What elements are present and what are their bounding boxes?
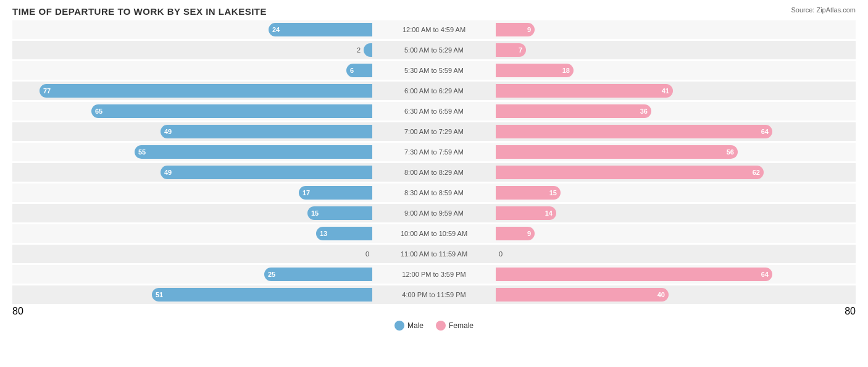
legend-female-label: Female	[449, 321, 474, 330]
male-bar	[364, 43, 372, 57]
female-value-label: 9	[527, 26, 531, 33]
chart-title: TIME OF DEPARTURE TO WORK BY SEX IN LAKE…	[12, 6, 856, 17]
axis-row: 80 80	[12, 306, 856, 317]
male-bar-area: 15	[12, 206, 372, 220]
male-bar-area: 65	[12, 104, 372, 118]
female-bar-area: 62	[496, 166, 856, 179]
female-bar-area: 15	[496, 186, 856, 200]
table-row: 65:30 AM to 5:59 AM18	[12, 61, 856, 80]
table-row: 656:30 AM to 6:59 AM36	[12, 102, 856, 120]
female-bar-area: 64	[496, 125, 856, 138]
time-label: 8:00 AM to 8:29 AM	[372, 169, 496, 176]
male-bar-area: 2	[12, 43, 372, 57]
female-bar-area: 7	[496, 43, 856, 57]
female-value-label: 64	[761, 128, 769, 135]
male-value-label: 49	[164, 169, 172, 176]
male-bar: 15	[307, 206, 372, 220]
female-value-label: 18	[562, 67, 570, 74]
male-bar: 77	[40, 84, 372, 98]
male-bar-area: 24	[12, 23, 372, 36]
time-label: 7:00 AM to 7:29 AM	[372, 128, 496, 135]
time-label: 6:30 AM to 6:59 AM	[372, 108, 496, 115]
rows-area: 2412:00 AM to 4:59 AM925:00 AM to 5:29 A…	[12, 20, 856, 304]
female-bar-area: 64	[496, 268, 856, 281]
female-bar: 14	[496, 206, 556, 220]
source-text: Source: ZipAtlas.com	[791, 6, 856, 14]
female-bar: 18	[496, 64, 574, 77]
male-value-label: 77	[43, 87, 51, 95]
male-value-label: 51	[156, 291, 163, 298]
female-bar-area: 40	[496, 288, 856, 302]
female-value-label: 56	[727, 148, 734, 156]
time-label: 5:00 AM to 5:29 AM	[372, 46, 496, 54]
legend-male-label: Male	[407, 321, 424, 330]
male-bar: 65	[91, 104, 372, 118]
female-bar-area: 41	[496, 84, 856, 98]
time-label: 9:00 AM to 9:59 AM	[372, 209, 496, 217]
time-label: 12:00 AM to 4:59 AM	[372, 26, 496, 33]
male-value-label: 24	[272, 26, 280, 33]
female-value-label: 7	[519, 46, 522, 54]
female-value-label: 15	[549, 189, 557, 196]
time-label: 6:00 AM to 6:29 AM	[372, 87, 496, 95]
male-bar: 49	[161, 166, 372, 179]
female-value-label: 0	[499, 250, 503, 258]
male-bar: 6	[346, 64, 372, 77]
female-value-label: 14	[545, 209, 553, 217]
female-bar-area: 0	[496, 247, 856, 261]
table-row: 514:00 PM to 11:59 PM40	[12, 285, 856, 304]
male-bar-area: 6	[12, 64, 372, 77]
time-label: 7:30 AM to 7:59 AM	[372, 148, 496, 156]
table-row: 25:00 AM to 5:29 AM7	[12, 41, 856, 59]
male-value-label: 25	[268, 271, 275, 278]
time-label: 11:00 AM to 11:59 AM	[372, 250, 496, 258]
female-bar: 9	[496, 23, 535, 36]
table-row: 159:00 AM to 9:59 AM14	[12, 204, 856, 222]
male-bar-area: 17	[12, 186, 372, 200]
male-bar-area: 49	[12, 166, 372, 179]
female-bar: 64	[496, 125, 772, 138]
male-bar: 49	[161, 125, 372, 138]
female-value-label: 64	[761, 271, 769, 278]
female-bar-area: 9	[496, 23, 856, 36]
legend: Male Female	[12, 321, 856, 331]
female-bar: 41	[496, 84, 673, 98]
table-row: 498:00 AM to 8:29 AM62	[12, 163, 856, 182]
male-bar-area: 25	[12, 268, 372, 281]
female-swatch	[436, 321, 446, 331]
female-bar: 7	[496, 43, 526, 57]
female-bar-area: 14	[496, 206, 856, 220]
female-value-label: 36	[640, 108, 648, 115]
time-label: 10:00 AM to 10:59 AM	[372, 230, 496, 237]
axis-left: 80	[12, 306, 372, 317]
male-value-label: 55	[138, 148, 146, 156]
male-bar: 13	[316, 227, 372, 240]
table-row: 2412:00 AM to 4:59 AM9	[12, 20, 856, 39]
male-bar: 55	[135, 145, 372, 159]
female-bar: 62	[496, 166, 764, 179]
male-value-label: 6	[350, 67, 354, 74]
male-bar: 51	[152, 288, 372, 302]
female-bar: 40	[496, 288, 669, 302]
time-label: 8:30 AM to 8:59 AM	[372, 189, 496, 196]
time-label: 4:00 PM to 11:59 PM	[372, 291, 496, 298]
male-bar: 25	[264, 268, 372, 281]
table-row: 011:00 AM to 11:59 AM0	[12, 245, 856, 263]
table-row: 776:00 AM to 6:29 AM41	[12, 82, 856, 100]
male-bar-area: 49	[12, 125, 372, 138]
legend-female: Female	[436, 321, 474, 331]
male-bar-area: 77	[12, 84, 372, 98]
female-bar-area: 36	[496, 104, 856, 118]
table-row: 557:30 AM to 7:59 AM56	[12, 143, 856, 161]
table-row: 178:30 AM to 8:59 AM15	[12, 184, 856, 202]
male-value-label: 49	[164, 128, 172, 135]
time-label: 5:30 AM to 5:59 AM	[372, 67, 496, 74]
male-value-label: 0	[365, 250, 369, 258]
female-bar: 36	[496, 104, 651, 118]
legend-male: Male	[394, 321, 424, 331]
female-bar: 15	[496, 186, 561, 200]
male-value-label: 65	[95, 108, 102, 115]
male-bar-area: 55	[12, 145, 372, 159]
table-row: 1310:00 AM to 10:59 AM9	[12, 224, 856, 243]
male-bar: 17	[299, 186, 372, 200]
